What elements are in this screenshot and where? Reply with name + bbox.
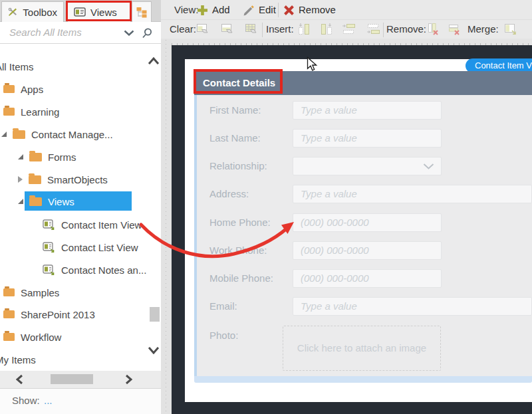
- remove-icon[interactable]: [283, 5, 295, 16]
- field-label: Mobile Phone:: [209, 269, 273, 288]
- view-icon: [43, 219, 55, 231]
- form-header-bar[interactable]: Contact Details: [194, 71, 532, 95]
- edit-icon[interactable]: [242, 4, 255, 17]
- field-label: Relationship:: [209, 157, 267, 175]
- form-layer: Contact Details First Name: Type a value…: [185, 59, 532, 402]
- toolbox-icon: [8, 7, 18, 17]
- tree-item-samples[interactable]: Samples: [3, 285, 59, 300]
- insert-row-above-icon[interactable]: [342, 23, 356, 35]
- merge-cells-icon[interactable]: [503, 23, 518, 36]
- tree-item-sharepoint-2013[interactable]: SharePoint 2013: [3, 307, 95, 322]
- scroll-left-icon[interactable]: [16, 374, 23, 385]
- design-canvas: Contact Item View Contact Details First …: [172, 45, 532, 414]
- insert-column-left-icon[interactable]: [297, 23, 311, 35]
- tree-item-label: Learning: [21, 106, 59, 118]
- tree-item-workflow[interactable]: Workflow: [3, 330, 61, 344]
- tree-item-contact-item-view[interactable]: Contact Item View: [43, 217, 142, 232]
- last-name-input[interactable]: Type a value: [293, 129, 442, 148]
- insert-group-label: Insert:: [266, 20, 294, 39]
- search-input[interactable]: Search All Items: [9, 22, 82, 43]
- field-label: Email:: [209, 297, 237, 316]
- tab-views[interactable]: Views: [67, 1, 131, 22]
- show-label: Show:: [12, 389, 40, 413]
- expander-expanded-icon[interactable]: [18, 199, 23, 204]
- expander-collapsed-icon[interactable]: [18, 176, 23, 183]
- table-toolbar: Clear: Insert: Remove: Merge:: [161, 20, 532, 39]
- photo-attachment-dropzone[interactable]: Click here to attach an image: [283, 326, 441, 371]
- expander-expanded-icon[interactable]: [18, 154, 23, 159]
- form-row-last-name: Last Name: Type a value: [197, 129, 532, 148]
- briefcase-icon: [3, 288, 15, 296]
- chevron-down-icon[interactable]: [124, 30, 134, 36]
- tree-item-label: Samples: [21, 287, 59, 298]
- horizontal-scrollbar-thumb[interactable]: [51, 374, 93, 384]
- work-phone-input[interactable]: (000) 000-0000: [293, 241, 442, 260]
- tree-item-views-selected[interactable]: Views: [18, 194, 74, 209]
- vertical-scrollbar-thumb[interactable]: [150, 307, 160, 322]
- tab-toolbox[interactable]: Toolbox: [1, 1, 64, 22]
- remove-row-icon[interactable]: [448, 23, 461, 35]
- tree-item-forms[interactable]: Forms: [18, 150, 76, 164]
- tree-item-label: Contact Item View: [61, 219, 142, 231]
- placeholder-text: Type a value: [293, 130, 441, 147]
- tree-item-all-items[interactable]: All Items: [0, 59, 34, 74]
- form-row-relationship: Relationship:: [197, 157, 532, 175]
- insert-row-below-icon[interactable]: [366, 23, 380, 35]
- relationship-dropdown[interactable]: [293, 157, 442, 175]
- tree-item-label: SmartObjects: [47, 174, 108, 185]
- add-icon[interactable]: [197, 5, 208, 16]
- tree-item-label: Views: [48, 196, 74, 207]
- add-view-button[interactable]: Add: [212, 0, 230, 20]
- folder-icon: [29, 153, 42, 161]
- search-icon[interactable]: [142, 27, 153, 39]
- panel-gutter: [161, 40, 172, 414]
- scroll-up-icon[interactable]: [148, 57, 160, 65]
- remove-column-icon[interactable]: [426, 23, 440, 35]
- form-row-first-name: First Name: Type a value: [197, 101, 532, 120]
- tree-item-label: Contact Notes an...: [61, 264, 146, 276]
- placeholder-text: (000) 000-0000: [293, 214, 441, 231]
- chevron-down-icon: [423, 163, 434, 169]
- tree-item-contact-notes[interactable]: Contact Notes an...: [43, 262, 146, 277]
- tree-item-learning[interactable]: Learning: [3, 104, 59, 119]
- horizontal-scrollbar: [0, 371, 161, 388]
- tree-item-label: Workflow: [21, 332, 61, 343]
- edit-view-button[interactable]: Edit: [259, 0, 276, 20]
- tree-item-label: Forms: [48, 152, 76, 163]
- tree-item-label: My Items: [0, 354, 36, 365]
- field-label: First Name:: [209, 101, 261, 120]
- tree-item-contact-management[interactable]: Contact Manage...: [1, 127, 113, 142]
- clear-cell-icon[interactable]: [196, 23, 209, 35]
- clear-row-icon[interactable]: [220, 23, 233, 35]
- mobile-phone-input[interactable]: (000) 000-0000: [293, 269, 442, 288]
- sidebar-tab-bar: Toolbox Views: [0, 0, 161, 22]
- scroll-down-icon[interactable]: [148, 346, 160, 354]
- tree-item-contact-list-view[interactable]: Contact List View: [43, 240, 138, 255]
- show-options-link[interactable]: ...: [44, 389, 53, 413]
- category-tree-icon: [136, 7, 148, 18]
- home-phone-input[interactable]: (000) 000-0000: [293, 213, 442, 232]
- tree-item-label: Contact Manage...: [31, 129, 113, 140]
- tab-category-tree[interactable]: [132, 1, 152, 22]
- address-input[interactable]: Type a value: [293, 185, 532, 203]
- tree-item-label: All Items: [0, 61, 34, 72]
- remove-group-label: Remove:: [386, 20, 426, 39]
- placeholder-text: Type a value: [293, 102, 441, 119]
- folder-icon: [13, 130, 25, 139]
- view-icon: [43, 264, 55, 276]
- tree-item-apps[interactable]: Apps: [3, 82, 43, 96]
- tree-item-smartobjects[interactable]: SmartObjects: [18, 172, 108, 187]
- separator: [383, 23, 384, 37]
- tab-toolbox-label: Toolbox: [23, 7, 57, 18]
- folder-icon: [29, 197, 42, 206]
- email-input[interactable]: Type a value: [293, 297, 532, 316]
- clear-table-icon[interactable]: [244, 23, 257, 35]
- first-name-input[interactable]: Type a value: [293, 101, 442, 120]
- scroll-right-icon[interactable]: [125, 374, 132, 385]
- insert-column-right-icon[interactable]: [320, 23, 333, 35]
- tree-item-my-items[interactable]: My Items: [0, 352, 36, 367]
- separator: [262, 23, 263, 37]
- expander-expanded-icon[interactable]: [1, 132, 7, 137]
- placeholder-text: Type a value: [293, 185, 531, 203]
- remove-view-button[interactable]: Remove: [299, 0, 336, 20]
